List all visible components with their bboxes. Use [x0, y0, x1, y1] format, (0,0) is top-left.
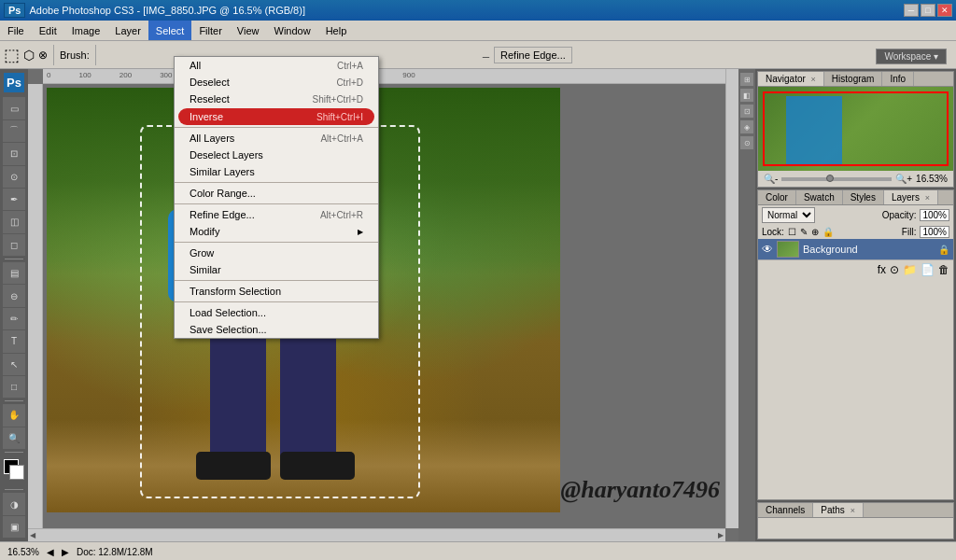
menu-select-deselect[interactable]: Deselect Ctrl+D: [175, 74, 378, 91]
shortcut-refine-edge: Alt+Ctrl+R: [320, 210, 363, 220]
menu-select-modify[interactable]: Modify ▶: [175, 223, 378, 240]
scroll-arrow-left[interactable]: ◀: [30, 531, 35, 539]
background-color[interactable]: [9, 465, 24, 480]
close-navigator[interactable]: ×: [811, 75, 816, 84]
tool-path-selection[interactable]: ↖: [3, 354, 25, 375]
menu-select-reselect[interactable]: Reselect Shift+Ctrl+D: [175, 91, 378, 107]
menu-edit[interactable]: Edit: [32, 21, 64, 40]
layer-name: Background: [803, 244, 935, 255]
menu-help[interactable]: Help: [318, 21, 355, 40]
layer-background-row[interactable]: 👁 Background 🔒: [758, 239, 953, 259]
tool-shape[interactable]: □: [3, 376, 25, 398]
menu-layer[interactable]: Layer: [107, 21, 148, 40]
channels-content: [758, 518, 953, 532]
close-layers[interactable]: ×: [925, 193, 930, 203]
close-button[interactable]: ✕: [937, 4, 952, 17]
lock-icon-3[interactable]: ⊕: [811, 227, 819, 237]
layers-tabs: Color Swatch Styles Layers ×: [758, 190, 953, 205]
tool-zoom[interactable]: 🔍: [3, 427, 25, 449]
refine-edge-button[interactable]: Refine Edge...: [494, 47, 572, 63]
tool-spot-heal[interactable]: ⊙: [3, 166, 25, 188]
menu-select-inverse[interactable]: Inverse Shift+Ctrl+I: [178, 108, 374, 125]
menu-label-similar-layers: Similar Layers: [190, 166, 255, 177]
menu-select-transform-selection[interactable]: Transform Selection: [175, 283, 378, 300]
tool-brush[interactable]: ✒: [3, 189, 25, 210]
right-icon-5[interactable]: ⊙: [740, 136, 753, 149]
workspace-button[interactable]: Workspace ▾: [876, 49, 947, 64]
tool-hand[interactable]: ✋: [3, 404, 25, 426]
opacity-label: Opacity:: [882, 210, 917, 220]
tool-quick-mask[interactable]: ◑: [3, 493, 25, 514]
zoom-in-icon[interactable]: 🔍+: [895, 174, 912, 184]
status-arrow-right[interactable]: ▶: [62, 547, 69, 557]
layer-fx-icon[interactable]: fx: [878, 263, 886, 276]
tab-styles[interactable]: Styles: [843, 190, 884, 204]
menu-window[interactable]: Window: [267, 21, 318, 40]
layer-mask-icon[interactable]: ⊙: [890, 263, 899, 276]
lock-icon-4[interactable]: 🔒: [822, 227, 834, 237]
menu-select-load-selection[interactable]: Load Selection...: [175, 304, 378, 321]
menu-select-deselect-layers[interactable]: Deselect Layers: [175, 147, 378, 163]
navigator-preview: [758, 87, 953, 171]
tool-stamp[interactable]: ◫: [3, 211, 25, 232]
tab-paths[interactable]: Paths ×: [813, 503, 864, 517]
lock-icon-1[interactable]: ☐: [788, 227, 796, 237]
tool-selection[interactable]: ▭: [3, 97, 25, 119]
tool-pen[interactable]: ✏: [3, 308, 25, 329]
blend-mode-select[interactable]: Normal: [762, 207, 815, 223]
menu-select-all[interactable]: All Ctrl+A: [175, 57, 378, 74]
menu-image[interactable]: Image: [64, 21, 108, 40]
shortcut-all: Ctrl+A: [337, 61, 363, 71]
zoom-slider-thumb[interactable]: [826, 175, 834, 182]
close-paths[interactable]: ×: [851, 506, 855, 515]
maximize-button[interactable]: □: [921, 4, 935, 17]
title-text: Adobe Photoshop CS3 - [IMG_8850.JPG @ 16…: [29, 5, 304, 16]
right-icon-1[interactable]: ⊞: [740, 73, 753, 86]
tool-crop[interactable]: ⊡: [3, 143, 25, 164]
tab-histogram[interactable]: Histogram: [824, 72, 883, 86]
menu-select-save-selection[interactable]: Save Selection...: [175, 321, 378, 338]
tab-navigator[interactable]: Navigator ×: [758, 72, 824, 86]
tab-layers[interactable]: Layers ×: [884, 190, 938, 204]
tab-info[interactable]: Info: [882, 72, 914, 86]
menu-filter[interactable]: Filter: [191, 21, 229, 40]
right-side-panel: ⊞ ◧ ⊡ ◈ ⊙: [738, 69, 755, 541]
menu-select-refine-edge[interactable]: Refine Edge... Alt+Ctrl+R: [175, 206, 378, 223]
menu-select-all-layers[interactable]: All Layers Alt+Ctrl+A: [175, 130, 378, 147]
ps-logo: Ps: [4, 73, 24, 92]
scrollbar-vertical[interactable]: [725, 69, 738, 528]
right-icon-3[interactable]: ⊡: [740, 105, 753, 118]
scroll-arrow-right[interactable]: ▶: [718, 531, 724, 539]
tool-gradient[interactable]: ▤: [3, 262, 25, 284]
layer-visibility-icon[interactable]: 👁: [762, 243, 773, 256]
right-icon-4[interactable]: ◈: [740, 120, 753, 133]
menu-select-grow[interactable]: Grow: [175, 245, 378, 261]
status-arrow-left[interactable]: ◀: [47, 547, 54, 557]
menu-select-similar[interactable]: Similar: [175, 261, 378, 278]
zoom-out-icon[interactable]: 🔍-: [764, 174, 778, 184]
lock-icon-2[interactable]: ✎: [800, 227, 808, 237]
tab-color[interactable]: Color: [758, 190, 796, 204]
tool-text[interactable]: T: [3, 330, 25, 352]
layers-actions: fx ⊙ 📁 📄 🗑: [758, 259, 953, 279]
layer-new-icon[interactable]: 📄: [921, 263, 935, 276]
minimize-button[interactable]: ─: [904, 4, 919, 17]
layer-delete-icon[interactable]: 🗑: [938, 263, 949, 276]
tab-channels[interactable]: Channels: [758, 503, 813, 517]
menu-select[interactable]: Select: [148, 21, 192, 40]
layer-group-icon[interactable]: 📁: [903, 263, 917, 276]
menu-view[interactable]: View: [230, 21, 267, 40]
zoom-slider[interactable]: [781, 177, 892, 181]
tool-eraser[interactable]: ◻: [3, 234, 25, 256]
tool-lasso[interactable]: ⌒: [3, 120, 25, 142]
menu-label-transform-selection: Transform Selection: [190, 286, 281, 297]
scrollbar-horizontal[interactable]: ◀ ▶: [28, 528, 725, 541]
tool-dodge[interactable]: ⊖: [3, 285, 25, 306]
tool-screen-mode[interactable]: ▣: [3, 516, 25, 538]
right-panel: Navigator × Histogram Info 🔍- 🔍+ 16.53%: [755, 69, 956, 541]
menu-select-similar-layers[interactable]: Similar Layers: [175, 163, 378, 180]
menu-select-color-range[interactable]: Color Range...: [175, 185, 378, 202]
tab-swatch[interactable]: Swatch: [796, 190, 843, 204]
menu-file[interactable]: File: [0, 21, 32, 40]
right-icon-2[interactable]: ◧: [740, 89, 753, 102]
